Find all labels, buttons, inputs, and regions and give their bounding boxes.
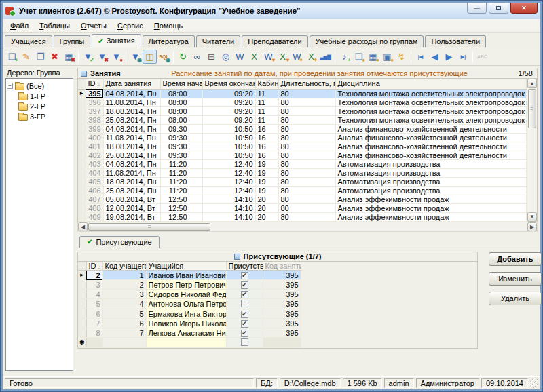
cell-room[interactable]: 16	[255, 124, 278, 133]
cell-duration[interactable]: 80	[278, 212, 335, 221]
cell-room[interactable]: 19	[255, 168, 278, 177]
cell-room[interactable]: 19	[255, 186, 278, 195]
cell-start-time[interactable]: 12:50	[160, 195, 202, 203]
cell-discipline[interactable]: Автоматизация производства	[335, 168, 527, 177]
row-marker[interactable]	[78, 98, 86, 106]
horizontal-scrollbar[interactable]: ◀ ≡ ▶	[77, 222, 538, 232]
cell-presence[interactable]: ✔	[226, 271, 263, 280]
cell-duration[interactable]: 80	[278, 159, 335, 168]
tab-2[interactable]: Группы	[54, 35, 91, 47]
row-marker[interactable]	[78, 280, 86, 290]
nav-last-icon[interactable]: ▶|	[456, 50, 470, 64]
cell-date[interactable]: 11.08.2014, Пн	[103, 133, 160, 142]
cell-start-time[interactable]: 09:30	[160, 151, 202, 159]
cell-student-name[interactable]	[146, 338, 226, 348]
attendee-row[interactable]: 87Легкова Анастасия Николаевна✔395	[78, 328, 301, 338]
horizontal-scroll-track[interactable]	[211, 222, 527, 231]
cell-end-time[interactable]: 12:40	[202, 177, 255, 186]
cell-discipline[interactable]: Анализ финансово-хозяйственной деятельно…	[335, 124, 527, 133]
cell-start-time[interactable]: 12:50	[160, 212, 202, 221]
cell-end-time[interactable]: 09:20	[202, 89, 255, 98]
maximize-button[interactable]	[489, 3, 508, 14]
menu-item-5[interactable]: Помощь	[149, 20, 189, 31]
cell-lesson-code[interactable]: 395	[263, 309, 301, 319]
cell-end-time[interactable]: 09:20	[202, 106, 255, 115]
cell-lesson-code[interactable]: 395	[263, 290, 301, 299]
cell-student-code[interactable]: 2	[102, 280, 146, 290]
cell-duration[interactable]: 80	[278, 142, 335, 151]
lesson-row[interactable]: 40625.08.2014, Пн11:2012:401980Автоматиз…	[78, 186, 527, 195]
row-marker[interactable]	[78, 328, 86, 338]
cell-end-time[interactable]: 12:40	[202, 186, 255, 195]
page-sum-icon[interactable]: ❏●	[352, 50, 366, 64]
cell-end-time[interactable]: 12:40	[202, 159, 255, 168]
cell-end-time[interactable]: 14:10	[202, 203, 255, 212]
row-marker[interactable]	[78, 186, 86, 195]
cell-id[interactable]	[86, 338, 102, 348]
cell-duration[interactable]: 80	[278, 106, 335, 115]
export-excel-icon[interactable]: X	[247, 50, 261, 64]
row-marker[interactable]	[78, 168, 86, 177]
cell-room[interactable]: 20	[255, 212, 278, 221]
cell-start-time[interactable]: 08:00	[160, 98, 202, 106]
cell-student-code[interactable]: 1	[102, 271, 146, 280]
nav-first-icon[interactable]: |◀	[413, 50, 428, 64]
spellcheck-icon[interactable]: ABC	[475, 50, 489, 64]
cell-duration[interactable]: 80	[278, 168, 335, 177]
cell-room[interactable]: 11	[255, 106, 278, 115]
row-marker[interactable]	[78, 319, 86, 328]
vertical-scroll-track[interactable]	[527, 129, 537, 212]
cell-end-time[interactable]: 14:10	[202, 195, 255, 203]
lesson-row[interactable]: 40705.08.2014, Вт12:5014:102080Анализ эф…	[78, 195, 527, 203]
column-header-5[interactable]: Кабинет	[255, 79, 278, 89]
minimize-button[interactable]: —	[467, 3, 487, 14]
cell-duration[interactable]: 80	[278, 98, 335, 106]
cell-student-name[interactable]: Антонова Ольга Петровна	[146, 299, 226, 309]
cell-discipline[interactable]: Технология монтажа осветительных электро…	[335, 98, 527, 106]
cell-discipline[interactable]: Технология монтажа осветительных электро…	[335, 106, 527, 115]
form-sum-icon[interactable]: ▣●	[380, 50, 394, 64]
column-header-1[interactable]: ID ▵	[86, 79, 103, 89]
cell-presence[interactable]: ✔	[226, 328, 263, 338]
cell-date[interactable]: 25.08.2014, Пн	[103, 186, 160, 195]
cell-room[interactable]: 16	[255, 151, 278, 159]
cell-presence[interactable]	[226, 338, 263, 348]
cell-lesson-code[interactable]: 395	[263, 319, 301, 328]
edit-button[interactable]: Изменить	[489, 272, 542, 286]
vertical-scroll-thumb[interactable]: ≡	[528, 89, 536, 128]
cell-room[interactable]: 11	[255, 98, 278, 106]
close-button[interactable]: ✕	[510, 3, 538, 14]
cell-discipline[interactable]: Анализ эффекимвности продаж	[335, 195, 527, 203]
cell-student-name[interactable]: Сидоров Николай Федорович	[146, 290, 226, 299]
vertical-scrollbar[interactable]: ▲ ≡ ▼	[527, 79, 537, 222]
attendee-row[interactable]: 43Сидоров Николай Федорович✔395	[78, 290, 301, 299]
row-marker[interactable]	[78, 159, 86, 168]
cell-date[interactable]: 19.08.2014, Вт	[103, 212, 160, 221]
clear-table-icon[interactable]: ▦✖	[62, 50, 76, 64]
cell-presence[interactable]	[226, 299, 263, 309]
cell-date[interactable]: 25.08.2014, Пн	[103, 151, 160, 159]
cell-discipline[interactable]: Анализ эффекимвности продаж	[335, 212, 527, 221]
cell-date[interactable]: 18.08.2014, Пн	[103, 106, 160, 115]
cell-id[interactable]: 399	[86, 124, 103, 133]
cell-start-time[interactable]: 11:20	[160, 177, 202, 186]
cell-room[interactable]: 16	[255, 142, 278, 151]
cell-id[interactable]: 8	[86, 328, 102, 338]
tab-7[interactable]: Учебные расходы по группам	[310, 35, 424, 47]
export-word-icon[interactable]: W	[233, 50, 247, 64]
sql-view-icon[interactable]: SQL◉	[157, 50, 171, 64]
cell-room[interactable]: 16	[255, 133, 278, 142]
cell-duration[interactable]: 80	[278, 177, 335, 186]
row-marker[interactable]	[78, 115, 86, 124]
attendee-row[interactable]: 65Ермакова Инга Викторовна✔395	[78, 309, 301, 319]
tab-4[interactable]: Литература	[143, 35, 195, 47]
lesson-row[interactable]: 40812.08.2014, Вт12:5014:102080Анализ эф…	[78, 203, 527, 212]
cell-date[interactable]: 04.08.2014, Пн	[103, 159, 160, 168]
row-marker[interactable]	[78, 106, 86, 115]
menu-item-4[interactable]: Сервис	[112, 20, 149, 31]
filter-view-icon[interactable]: ▼◉	[128, 50, 143, 64]
menu-item-2[interactable]: Таблицы	[34, 20, 75, 31]
tab-1[interactable]: Учащиеся	[5, 35, 52, 47]
cell-date[interactable]: 05.08.2014, Вт	[103, 195, 160, 203]
cell-end-time[interactable]: 10:50	[202, 142, 255, 151]
